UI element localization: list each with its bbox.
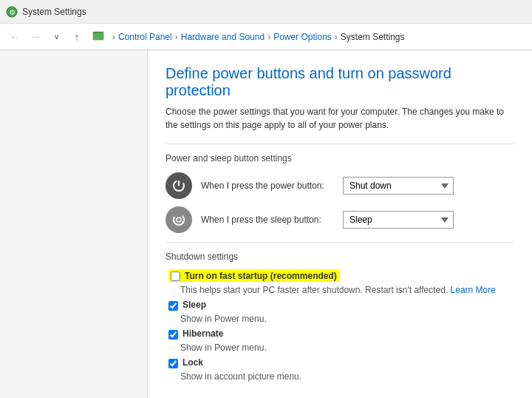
learn-more-link[interactable]: Learn More: [451, 285, 496, 295]
main-container: Define power buttons and turn on passwor…: [0, 50, 532, 398]
control-panel-icon: [92, 29, 105, 44]
breadcrumb-hardware-sound[interactable]: Hardware and Sound: [181, 32, 265, 42]
fast-startup-row: Turn on fast startup (recommended): [168, 269, 514, 282]
back-button[interactable]: ←: [6, 28, 24, 46]
page-title: Define power buttons and turn on passwor…: [166, 65, 514, 99]
hibernate-row: Hibernate: [168, 328, 514, 340]
lock-checkbox[interactable]: [168, 359, 178, 368]
sleep-button-select[interactable]: Sleep Do nothing Hibernate: [343, 211, 454, 229]
divider-2: [166, 242, 514, 243]
lock-label: Lock: [183, 357, 203, 368]
dropdown-button[interactable]: ∨: [47, 28, 65, 46]
power-button-row: When I press the power button: Shut down…: [166, 172, 514, 199]
power-button-icon: [166, 172, 192, 199]
sleep-label: Sleep: [183, 300, 206, 310]
shutdown-section-label: Shutdown settings: [166, 252, 514, 262]
breadcrumb-system-settings: System Settings: [341, 32, 405, 42]
svg-rect-3: [93, 33, 103, 40]
sleep-button-row: When I press the sleep button: Sleep Do …: [166, 206, 514, 233]
sleep-desc: Show in Power menu.: [180, 314, 514, 324]
main-content: Define power buttons and turn on passwor…: [148, 50, 532, 398]
hibernate-label: Hibernate: [183, 328, 223, 339]
title-bar-icon: ⚙: [6, 6, 18, 18]
svg-text:⚙: ⚙: [9, 8, 16, 16]
sleep-checkbox[interactable]: [168, 301, 178, 311]
forward-button[interactable]: →: [27, 28, 44, 46]
breadcrumb-control-panel[interactable]: Control Panel: [118, 32, 172, 42]
fast-startup-highlight: Turn on fast startup (recommended): [168, 269, 339, 282]
divider-1: [166, 144, 514, 144]
fast-startup-checkbox[interactable]: [171, 271, 180, 281]
fast-startup-label: Turn on fast startup (recommended): [185, 271, 337, 281]
fast-startup-desc: This helps start your PC faster after sh…: [180, 285, 514, 295]
sleep-button-label: When I press the sleep button:: [201, 215, 334, 225]
hibernate-desc: Show in Power menu.: [180, 343, 514, 353]
power-button-label: When I press the power button:: [201, 181, 334, 191]
sleep-button-icon: [166, 206, 192, 233]
lock-row: Lock: [168, 357, 514, 368]
page-description: Choose the power settings that you want …: [166, 105, 514, 132]
svg-point-7: [177, 217, 181, 222]
power-button-select[interactable]: Shut down Do nothing Sleep Hibernate Tur…: [343, 177, 454, 195]
breadcrumb: › Control Panel › Hardware and Sound › P…: [111, 32, 526, 42]
power-sleep-section-label: Power and sleep button settings: [166, 153, 514, 163]
hibernate-checkbox[interactable]: [168, 330, 178, 340]
lock-desc: Show in account picture menu.: [180, 371, 514, 382]
title-bar-title: System Settings: [22, 7, 86, 17]
svg-point-6: [174, 215, 184, 225]
sleep-row: Sleep: [168, 300, 514, 311]
left-panel: [0, 50, 148, 398]
breadcrumb-power-options[interactable]: Power Options: [273, 32, 332, 42]
up-button[interactable]: ↑: [68, 28, 86, 46]
address-bar: ← → ∨ ↑ › Control Panel › Hardware and S…: [0, 24, 532, 50]
title-bar: ⚙ System Settings: [0, 0, 532, 24]
